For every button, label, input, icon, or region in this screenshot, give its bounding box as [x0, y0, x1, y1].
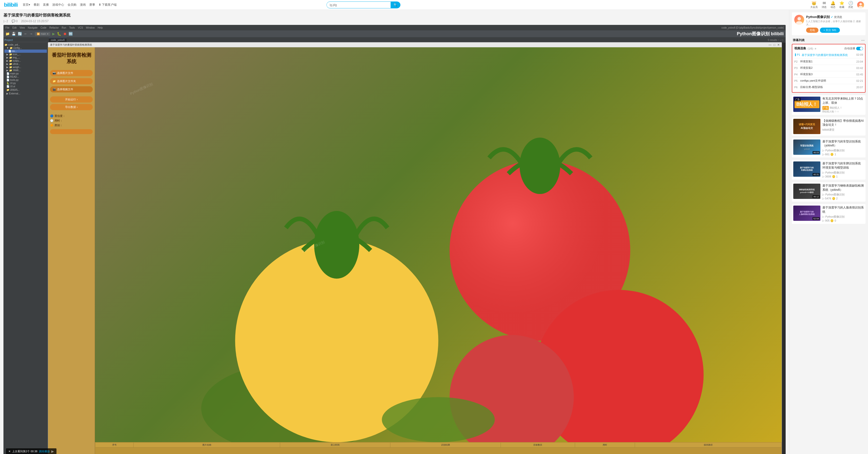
related-title-0: 有无北京同学来B站上班？10点上班、双休 [823, 97, 864, 105]
playlist-title: 视频选集 [794, 46, 806, 51]
video-title: 基于深度学习的番茄叶部病害检测系统 [3, 13, 786, 18]
danmaku-options-icon[interactable]: ⋯ [861, 38, 865, 42]
related-channel-1: bilibili课堂 [823, 128, 864, 132]
nav-item-manga[interactable]: 漫画 [80, 3, 86, 7]
col-save-path: 保存路径 [635, 443, 781, 447]
ide-toolbar: 📁 💾 🔄 ← → 🔀 main ▾ ▶ 🐛 ⏹ 🔤 Python图像识别 bi… [3, 30, 786, 37]
danmaku-list-header: 弹幕列表 ⋯ [792, 37, 866, 44]
confidence-label: 🔵 置信度： [50, 114, 93, 118]
channel-actions: 充电 + 关注 581 [806, 28, 863, 33]
related-video-5[interactable]: 基于深度学习的人脸表情识别系统 52:54 基于深度学习的人脸表情识别系统 ▷P… [792, 204, 866, 224]
related-thumb-4: 钢铁缺陷检测系统yolov8+V8修改 46:12 [793, 184, 820, 199]
nav-icon-favorites[interactable]: ⭐ 收藏 [839, 1, 844, 9]
time-label: 🕐 用时： [50, 119, 93, 123]
nav-item-vip[interactable]: 会员购 [68, 3, 76, 7]
resume-play-link[interactable]: 跳转播放 [39, 450, 50, 453]
col-time-in: 录入时间 [280, 443, 391, 447]
related-thumb-5: 基于深度学习的人脸表情识别系统 52:54 [793, 205, 820, 221]
user-avatar[interactable] [857, 1, 864, 8]
related-stats-3: ▷ 3608 🪙 1 [823, 175, 864, 178]
dialog-maximize-btn[interactable]: □ [774, 43, 775, 46]
nav-icon-vip[interactable]: 👑 大会员 [810, 1, 818, 9]
related-video-0[interactable]: B站招人！ 广告 有无北京同学来B站上班？10点上班、双休 广告 B站招人！ B… [792, 95, 866, 115]
ide-menubar: File Edit View Navigate Code Refactor Ru… [3, 25, 786, 30]
app-dialog: 基于深度学习的番茄叶部病害检测系统 — □ ✕ 番茄叶部病害检测系统 📷 选择图… [48, 42, 782, 454]
nav-item-bangumi[interactable]: 番剧 [34, 3, 39, 7]
duration-badge-4: 46:12 [812, 195, 820, 198]
related-title-4: 基于深度学习钢铁表面缺陷检测系统（yolov8） [823, 184, 864, 192]
playlist-section: 视频选集 (1/6) ≡ 自动连播 ▐ P1 基于深度学习的番茄叶部病害检测系统… [792, 44, 866, 93]
nav-item-esports[interactable]: 赛事 [89, 3, 95, 7]
nav-item-download[interactable]: ⬇ 下载客户端 [99, 3, 117, 7]
related-title-5: 基于深度学习的人脸表情识别系统 [823, 205, 864, 214]
category-label: 🔶 类别： [50, 124, 93, 127]
search-button[interactable]: 🔍 [391, 2, 400, 8]
nav-icon-message[interactable]: ✉ 消息 [822, 1, 827, 9]
related-thumb-3: 基于深度学习的车牌识别系统 40:31 [793, 161, 820, 177]
nav-item-game[interactable]: 游戏中心 [52, 3, 64, 7]
related-video-4[interactable]: 钢铁缺陷检测系统yolov8+V8修改 46:12 基于深度学习钢铁表面缺陷检测… [792, 182, 866, 202]
related-info-1: 【保姆级教程】带你彻底搞透AI顶会论文！ bilibili课堂 [823, 119, 864, 134]
follow-btn[interactable]: + 关注 581 [820, 28, 840, 33]
nav-item-live[interactable]: 直播 [43, 3, 49, 7]
related-info-3: 基于深度学习的车牌识别系统 环境安装与模型训练 ▷Python图像识别 ▷ 36… [823, 161, 864, 178]
svg-point-1 [858, 6, 863, 8]
channel-avatar[interactable] [794, 15, 804, 25]
run-btn[interactable]: 开始运行 › [50, 96, 93, 102]
channel-desc: 1.人工智能工作从业者，分享个人项目经验 2. 感谢大... [806, 20, 863, 26]
dialog-titlebar: 基于深度学习的番茄叶部病害检测系统 — □ ✕ [48, 42, 782, 47]
related-video-3[interactable]: 基于深度学习的车牌识别系统 40:31 基于深度学习的车牌识别系统 环境安装与模… [792, 160, 866, 180]
content-area: 基于深度学习的番茄叶部病害检测系统 ▷ 2 💬 0 2024-03-12 15:… [0, 10, 789, 454]
playlist-item-4[interactable]: P4 环境安装3 03:45 [794, 71, 863, 78]
svg-point-12 [798, 17, 801, 21]
svg-point-11 [382, 397, 495, 442]
select-image-btn[interactable]: 📷 选择图片文件 [50, 70, 93, 76]
col-name: 图片名称 [134, 443, 280, 447]
nav-menu: 首页▾ 番剧 直播 游戏中心 会员购 漫画 赛事 ⬇ 下载客户端 [23, 3, 117, 7]
tomato-image-area: Python图像识别 Python图像识别 [95, 47, 782, 442]
col-duration: 用时 [575, 443, 635, 447]
charge-btn[interactable]: 充电 [806, 28, 818, 33]
search-bar: 🔍 [327, 1, 400, 8]
playlist-item-5[interactable]: P5 configs.yaml文件说明 02:21 [794, 78, 863, 84]
channel-header: Python图像识别 ✓ 发消息 1.人工智能工作从业者，分享个人项目经验 2.… [792, 12, 866, 35]
col-result: 识别结果 [390, 443, 501, 447]
nav-item-home[interactable]: 首页▾ [23, 3, 30, 7]
results-table: 序号 图片名称 录入时间 识别结果 目标数目 用时 保存路径 [95, 442, 782, 454]
auto-play-label: 自动连播 [844, 46, 855, 50]
duration-badge-3: 40:31 [812, 173, 820, 176]
export-btn[interactable]: 导出数据 › [50, 104, 93, 110]
verified-badge: ✓ [831, 15, 833, 19]
related-video-2[interactable]: 车型识别系统 yolov8 46:03 基于深度学习的车型识别系统（yolov8… [792, 138, 866, 158]
sidebar: Python图像识别 ✓ 发消息 1.人工智能工作从业者，分享个人项目经验 2.… [789, 10, 868, 454]
playlist-item-3[interactable]: P3 环境安装2 03:42 [794, 65, 863, 71]
playlist-item-6[interactable]: P6 目标分类-模型训练 20:07 [794, 84, 863, 90]
related-desc-0: B站招人啦！↑↑ [823, 110, 864, 114]
search-input[interactable] [327, 3, 391, 7]
select-video-btn[interactable]: 🎬 选择视频文件 [50, 86, 93, 92]
related-video-1[interactable]: 读懂+代码复现 AI顶会论文 【保姆级教程】带你彻底搞透AI顶会论文！ bili… [792, 117, 866, 135]
playlist-item-2[interactable]: P2 环境安装1 23:04 [794, 58, 863, 65]
auto-play-toggle: 自动连播 [844, 46, 863, 50]
related-info-4: 基于深度学习钢铁表面缺陷检测系统（yolov8） ▷Python图像识别 ▷ 5… [823, 184, 864, 200]
playlist-item-1[interactable]: ▐ P1 基于深度学习的番茄叶部病害检测系统 02:09 [794, 52, 863, 58]
dialog-content: 番茄叶部病害检测系统 📷 选择图片文件 📁 选择图片文件夹 🎬 选择视频文件 开… [48, 47, 782, 454]
col-count: 目标数目 [501, 443, 575, 447]
nav-icon-activity[interactable]: 🔔 动态 [831, 1, 835, 9]
dialog-minimize-btn[interactable]: — [769, 43, 772, 46]
svg-point-8 [520, 137, 560, 194]
send-message-btn[interactable]: 发消息 [834, 15, 842, 19]
main-layout: 基于深度学习的番茄叶部病害检测系统 ▷ 2 💬 0 2024-03-12 15:… [0, 10, 868, 454]
ide-project-panel: Project 📁 code_yol... ▼ 📁 config... 📄 co… [3, 37, 48, 454]
related-thumb-1: 读懂+代码复现 AI顶会论文 [793, 119, 820, 134]
close-banner-icon[interactable]: ✕ [8, 450, 10, 453]
select-folder-btn[interactable]: 📁 选择图片文件夹 [50, 78, 93, 84]
dialog-close-btn[interactable]: ✕ [777, 43, 780, 46]
nav-icon-history[interactable]: 🕒 历史 [848, 1, 853, 9]
bilibili-logo[interactable]: bilibili [4, 2, 18, 8]
svg-point-5 [314, 211, 359, 279]
table-header-row: 序号 图片名称 录入时间 识别结果 目标数目 用时 保存路径 [95, 443, 781, 448]
resume-banner: ✕ 上次看到第2个 00:38 跳转播放 ▶ [6, 448, 57, 454]
toggle-switch[interactable] [856, 47, 863, 50]
duration-badge-5: 52:54 [812, 217, 820, 220]
